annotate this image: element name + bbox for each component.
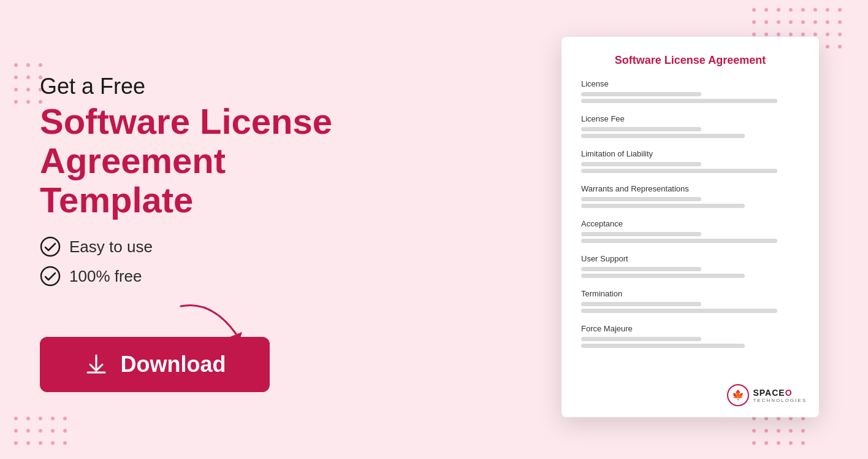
doc-section-label-4: Warrants and Representations [581,184,799,193]
doc-section-label-2: License Fee [581,114,799,123]
doc-line [581,267,701,271]
doc-section-label-8: Force Majeure [581,324,799,333]
doc-line [581,302,701,306]
doc-line [581,239,777,243]
svg-point-1 [41,267,59,285]
arrow-decoration [40,306,359,331]
doc-section-1: License [581,79,799,103]
subtitle: Get a Free [40,74,359,99]
doc-section-6: User Support [581,254,799,278]
doc-line [581,197,701,201]
spaceo-logo: 🍁 SPACEO TECHNOLOGIES [727,384,807,406]
features-list: Easy to use 100% free [40,236,359,287]
spaceo-sub-text: TECHNOLOGIES [753,398,807,403]
doc-section-label-5: Acceptance [581,219,799,228]
doc-section-4: Warrants and Representations [581,184,799,208]
doc-section-label-7: Termination [581,289,799,298]
doc-line [581,127,701,131]
doc-line [581,169,777,173]
download-icon [84,352,108,377]
doc-line [581,232,701,236]
spaceo-logo-icon: 🍁 [727,384,749,406]
svg-text:🍁: 🍁 [732,389,744,401]
doc-section-5: Acceptance [581,219,799,243]
doc-line [581,344,745,348]
document-card: Software License Agreement License Licen… [562,37,819,417]
download-button[interactable]: Download [40,337,270,392]
main-title: Software License Agreement Template [40,102,359,219]
doc-section-2: License Fee [581,114,799,138]
doc-line [581,99,777,103]
doc-line [581,274,745,278]
doc-line [581,134,745,138]
doc-section-label-3: Limitation of Liability [581,149,799,158]
doc-section-label-1: License [581,79,799,88]
spaceo-brand-text: SPACEO TECHNOLOGIES [753,388,807,403]
doc-line [581,92,701,96]
curved-arrow-icon [175,300,254,343]
left-content: Get a Free Software License Agreement Te… [40,74,359,392]
doc-line [581,337,701,341]
document-title: Software License Agreement [581,54,799,67]
doc-section-label-6: User Support [581,254,799,263]
feature-item-2: 100% free [40,266,359,287]
doc-line [581,309,777,313]
doc-section-3: Limitation of Liability [581,149,799,173]
doc-line [581,162,701,166]
doc-line [581,204,745,208]
doc-section-8: Force Majeure [581,324,799,348]
checkmark-icon-1 [40,236,61,257]
svg-point-0 [41,237,59,256]
doc-section-7: Termination [581,289,799,313]
feature-item-1: Easy to use [40,236,359,257]
checkmark-icon-2 [40,266,61,287]
